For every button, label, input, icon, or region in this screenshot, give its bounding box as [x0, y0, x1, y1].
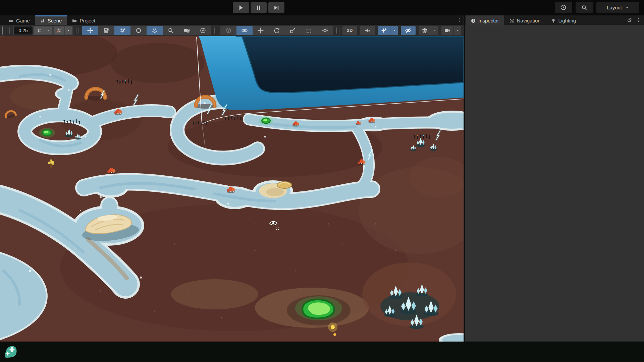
- layout-dropdown[interactable]: Layout: [596, 2, 639, 13]
- undo-history-icon: [560, 4, 567, 11]
- effects-dropdown[interactable]: [390, 26, 398, 35]
- pane-menu-button[interactable]: [455, 15, 464, 25]
- camera-view-button[interactable]: [441, 26, 453, 35]
- toolbar-separator: [336, 27, 339, 34]
- cube-icon: [225, 27, 232, 34]
- golden-shell[interactable]: [277, 182, 292, 188]
- inspector-menu-button[interactable]: [634, 15, 643, 25]
- scene-view-toolbar: 0.25 2D: [0, 25, 464, 36]
- circle-brush-button[interactable]: [130, 26, 147, 35]
- handle-tools-group: [220, 26, 333, 35]
- plus-leaf-logo[interactable]: [3, 344, 19, 360]
- tab-scene[interactable]: Scene: [35, 15, 67, 25]
- scene-viewport[interactable]: [0, 36, 464, 342]
- grid-snap-button[interactable]: [54, 26, 64, 35]
- chevron-down-icon: [433, 28, 437, 32]
- move-icon: [87, 27, 94, 34]
- chevron-down-icon: [625, 6, 629, 9]
- mode-2d-button[interactable]: 2D: [342, 26, 357, 35]
- eye-icon: [241, 27, 248, 34]
- camera-view-group: [441, 26, 461, 35]
- rotate-icon: [273, 27, 280, 34]
- grid-visibility-dropdown[interactable]: [45, 26, 52, 35]
- grid-size-field[interactable]: 0.25: [14, 26, 33, 35]
- blue-structure[interactable]: [190, 36, 464, 110]
- layers-button[interactable]: [419, 26, 431, 35]
- grid-paint-button[interactable]: [114, 26, 130, 35]
- magnifier-tool-button[interactable]: [163, 26, 179, 35]
- tab-game[interactable]: Game: [3, 15, 35, 25]
- inspector-lock-button[interactable]: [625, 15, 634, 25]
- scene-canvas[interactable]: [0, 36, 464, 342]
- pane-edge-handle[interactable]: [2, 26, 3, 35]
- status-bar: [0, 342, 644, 362]
- green-crystal-blob[interactable]: [287, 295, 351, 325]
- layers-icon: [421, 27, 428, 34]
- tab-lighting[interactable]: Lighting: [546, 15, 581, 25]
- lock-open-icon: [627, 17, 632, 23]
- effects-icon: [381, 27, 387, 34]
- tool-settings-button[interactable]: [98, 26, 114, 35]
- inspector-tab-bar: Inspector Navigation Lighting: [464, 15, 644, 25]
- step-button[interactable]: [268, 2, 284, 13]
- effects-group: [378, 26, 398, 35]
- view-eye-button[interactable]: [236, 26, 253, 35]
- effects-button[interactable]: [378, 26, 390, 35]
- tab-navigation[interactable]: Navigation: [504, 15, 546, 25]
- rect-handle-button[interactable]: [301, 26, 317, 35]
- scatter-objects-button[interactable]: [147, 26, 163, 35]
- grid-icon: [40, 18, 45, 23]
- kebab-icon: [457, 17, 462, 23]
- audio-mute-button[interactable]: [360, 26, 375, 35]
- tab-lighting-label: Lighting: [558, 18, 576, 23]
- audio-mute-icon: [364, 27, 371, 34]
- scale-handle-button[interactable]: [285, 26, 301, 35]
- layers-group: [419, 26, 438, 35]
- mode-2d-group: 2D: [342, 26, 357, 35]
- play-button[interactable]: [233, 2, 249, 13]
- camera-view-icon: [444, 27, 451, 34]
- compass-tool-button[interactable]: [195, 26, 211, 35]
- tab-navigation-label: Navigation: [517, 18, 541, 23]
- pause-icon: [255, 4, 262, 11]
- pivot-cube-button[interactable]: [220, 26, 236, 35]
- overlay-drag-handle[interactable]: [7, 27, 10, 34]
- tab-inspector-label: Inspector: [478, 18, 499, 23]
- scene-visibility-button[interactable]: [401, 26, 416, 35]
- tool-settings-icon: [103, 27, 110, 34]
- camera-icon: [183, 27, 190, 34]
- scatter-icon: [151, 27, 158, 34]
- grid-visibility-button[interactable]: [34, 26, 45, 35]
- tab-inspector[interactable]: Inspector: [466, 15, 504, 25]
- tab-project[interactable]: Project: [67, 15, 100, 25]
- rotate-handle-button[interactable]: [269, 26, 285, 35]
- scene-tab-bar: Game Scene Project: [0, 15, 464, 25]
- undo-history-button[interactable]: [555, 2, 572, 13]
- audio-group: [360, 26, 375, 35]
- tab-game-label: Game: [16, 18, 30, 23]
- camera-tool-button[interactable]: [179, 26, 195, 35]
- circle-brush-icon: [135, 27, 142, 34]
- folder-icon: [72, 18, 77, 23]
- toolbar-separator: [214, 27, 217, 34]
- play-icon: [237, 4, 244, 11]
- inspector-panel-body: [464, 25, 644, 342]
- visibility-group: [401, 26, 416, 35]
- chevron-down-icon: [67, 28, 70, 32]
- move-handle-button[interactable]: [253, 26, 269, 35]
- grid-snap-dropdown[interactable]: [64, 26, 72, 35]
- step-icon: [273, 4, 280, 11]
- pause-button[interactable]: [251, 2, 267, 13]
- grid-snap-group: 0.25: [13, 26, 73, 35]
- mode-2d-label: 2D: [347, 28, 353, 33]
- search-button[interactable]: [576, 2, 593, 13]
- move-tool-button[interactable]: [82, 26, 98, 35]
- transform-icon: [322, 27, 328, 34]
- chevron-down-icon: [392, 28, 396, 32]
- camera-view-dropdown[interactable]: [453, 26, 461, 35]
- gamepad-icon: [8, 18, 14, 23]
- transform-handle-button[interactable]: [317, 26, 333, 35]
- toolbar-separator: [76, 27, 79, 34]
- chevron-down-icon: [47, 28, 51, 32]
- layers-dropdown[interactable]: [431, 26, 438, 35]
